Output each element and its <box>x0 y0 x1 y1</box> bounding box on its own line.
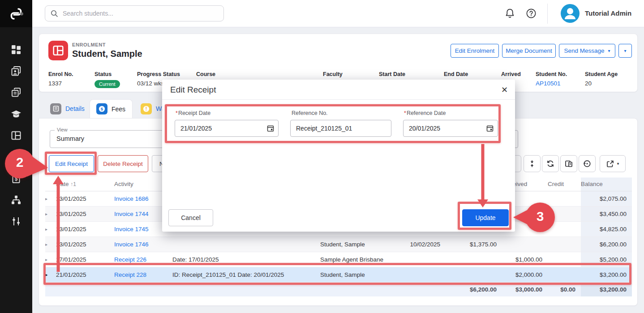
bell-icon <box>504 8 515 19</box>
sliders-icon <box>11 216 21 227</box>
page-title: Student, Sample <box>72 49 142 59</box>
row-expand-icon[interactable]: ▸ <box>45 242 47 247</box>
app-logo[interactable] <box>0 0 32 27</box>
modal-title: Edit Receipt <box>170 85 216 95</box>
modal-divider <box>162 99 515 100</box>
tab-fees-label: Fees <box>112 106 125 113</box>
info-course: Course <box>196 71 215 80</box>
close-icon[interactable]: ✕ <box>501 85 508 95</box>
activity-link[interactable]: Receipt 226 <box>114 256 146 263</box>
annotation-box-selected-row <box>43 263 631 285</box>
details-icon <box>50 103 61 114</box>
notifications-button[interactable] <box>504 8 515 21</box>
view-select-label: View <box>55 127 70 132</box>
more-actions-button[interactable]: ▾ <box>618 44 632 58</box>
row-expand-icon[interactable]: ▸ <box>45 257 47 262</box>
export-button[interactable]: ▾ <box>600 155 626 172</box>
topbar: Tutorial Admin <box>0 0 644 27</box>
sidebar-item-courses[interactable] <box>11 109 21 119</box>
tab-details-label: Details <box>65 105 85 112</box>
col-header-date[interactable]: Date ↑1 <box>56 178 114 191</box>
delete-receipt-button[interactable]: Delete Receipt <box>98 155 148 172</box>
page-kicker: ENROLMENT <box>72 42 106 47</box>
step-3-marker: 3 <box>512 202 557 233</box>
avatar[interactable] <box>561 4 580 23</box>
info-start-date: Start Date <box>379 71 405 80</box>
tab-fees[interactable]: $ Fees <box>90 99 133 118</box>
user-icon <box>561 4 580 23</box>
user-name: Tutorial Admin <box>585 9 631 17</box>
row-expand-icon[interactable]: ▸ <box>45 211 47 216</box>
enrolments-icon <box>11 130 21 141</box>
activity-link[interactable]: Invoice 1746 <box>114 241 149 248</box>
annotation-box-edit-receipt <box>45 152 97 175</box>
history-button[interactable] <box>579 155 596 172</box>
column-sort-button[interactable] <box>524 155 541 172</box>
info-student-age: Student Age 20 <box>585 71 618 87</box>
sidebar-item-settings[interactable] <box>11 216 21 227</box>
help-button[interactable] <box>526 8 537 20</box>
send-message-label: Send Message <box>564 47 604 54</box>
svg-text:$: $ <box>101 106 103 111</box>
status-badge: Current <box>94 80 120 88</box>
graduation-cap-icon <box>11 109 21 119</box>
info-enrol-no: Enrol No. 1337 <box>48 71 73 87</box>
edit-enrolment-button[interactable]: Edit Enrolment <box>451 44 499 58</box>
sort-indicator-icon: ↑1 <box>70 181 76 187</box>
activity-link[interactable]: Invoice 1745 <box>114 226 149 233</box>
sidebar-item-contacts[interactable] <box>11 66 21 76</box>
sidebar-item-dashboard[interactable] <box>11 44 21 55</box>
fees-icon: $ <box>96 103 107 114</box>
info-arrived: Arrived <box>501 71 521 80</box>
dashboard-icon <box>11 44 21 55</box>
annotation-box-fields <box>165 104 501 143</box>
cancel-button[interactable]: Cancel <box>168 209 213 226</box>
warning-icon: ! <box>141 103 152 114</box>
activity-link[interactable]: Invoice 1744 <box>114 211 149 217</box>
duplicate-button[interactable] <box>560 155 577 172</box>
search-input[interactable] <box>63 10 218 17</box>
info-student-no: Student No. AP10501 <box>536 71 567 87</box>
view-select-value: Summary <box>56 135 84 142</box>
search-box <box>45 5 224 21</box>
table-row[interactable]: ▸ 13/01/2025 Invoice 1746 Student, Sampl… <box>45 237 632 252</box>
col-header-credit[interactable]: Credit <box>548 178 581 191</box>
refresh-icon <box>546 160 554 168</box>
chevron-down-icon: ▾ <box>608 48 610 53</box>
col-header-balance[interactable]: Balance <box>581 178 632 191</box>
export-icon <box>606 160 614 168</box>
sidebar-item-documents[interactable] <box>11 87 21 98</box>
brand-logo-icon <box>9 6 24 21</box>
app-root: Tutorial Admin <box>0 0 644 313</box>
column-sort-icon <box>528 160 536 168</box>
help-icon <box>526 8 537 19</box>
topbar-divider <box>547 4 548 24</box>
send-message-button[interactable]: Send Message ▾ <box>559 44 615 58</box>
enrolment-app-icon <box>48 41 68 60</box>
activity-link[interactable]: Invoice 1686 <box>114 195 149 202</box>
step-2-marker: 2 <box>4 148 49 180</box>
contacts-icon <box>11 66 21 76</box>
info-status: Status Current <box>94 71 120 88</box>
info-faculty: Faculty <box>323 71 343 80</box>
chevron-down-icon: ▾ <box>624 48 626 53</box>
refresh-button[interactable] <box>542 155 559 172</box>
sidebar-item-enrolments[interactable] <box>11 130 21 141</box>
duplicate-icon <box>565 160 573 168</box>
merge-document-button[interactable]: Merge Document <box>502 44 556 58</box>
sidebar-item-agents[interactable] <box>11 195 21 205</box>
row-expand-icon[interactable]: ▸ <box>45 227 47 232</box>
info-end-date: End Date <box>444 71 468 80</box>
row-expand-icon[interactable]: ▸ <box>45 196 47 201</box>
documents-icon <box>11 87 21 98</box>
search-icon <box>51 10 58 17</box>
history-icon <box>583 160 591 168</box>
tab-details[interactable]: Details <box>44 99 91 118</box>
network-icon <box>11 195 21 205</box>
chevron-down-icon: ▾ <box>617 161 619 166</box>
annotation-box-update <box>458 202 511 230</box>
student-no-link[interactable]: AP10501 <box>536 80 567 87</box>
svg-text:!: ! <box>146 106 147 111</box>
